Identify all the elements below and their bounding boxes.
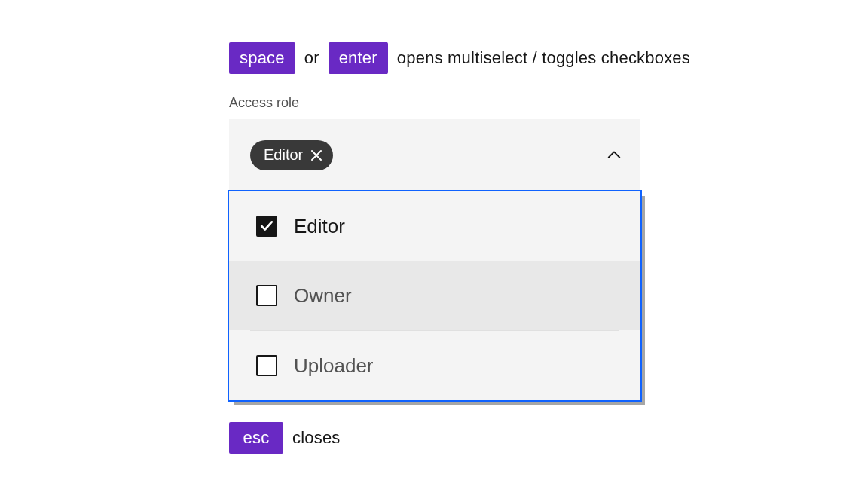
hint-close-text: closes <box>292 428 341 448</box>
hint-close: esc closes <box>229 422 341 454</box>
option-label: Owner <box>294 284 352 308</box>
selected-tag-label: Editor <box>264 146 303 164</box>
option-editor[interactable]: Editor <box>229 191 640 261</box>
checkbox-editor[interactable] <box>256 216 277 237</box>
multiselect-menu: Editor Owner Uploader <box>229 191 640 400</box>
kbd-esc: esc <box>229 422 283 454</box>
hint-connector: or <box>304 48 319 68</box>
multiselect-field[interactable]: Editor <box>229 119 640 191</box>
chevron-up-icon[interactable] <box>606 147 622 164</box>
field-label-access-role: Access role <box>229 95 299 111</box>
selected-tag-editor[interactable]: Editor <box>250 140 333 170</box>
option-label: Editor <box>294 215 345 238</box>
option-owner[interactable]: Owner <box>229 261 640 330</box>
multiselect-access-role: Editor Editor Owner <box>229 119 640 400</box>
kbd-enter: enter <box>329 42 388 74</box>
hint-open-toggle: space or enter opens multiselect / toggl… <box>229 42 690 74</box>
hint-open-text: opens multiselect / toggles checkboxes <box>397 48 690 68</box>
kbd-space: space <box>229 42 295 74</box>
option-label: Uploader <box>294 354 374 378</box>
close-icon[interactable] <box>310 149 322 161</box>
checkbox-uploader[interactable] <box>256 355 277 376</box>
checkbox-owner[interactable] <box>256 285 277 306</box>
option-uploader[interactable]: Uploader <box>229 331 640 400</box>
checkmark-icon <box>260 219 274 233</box>
